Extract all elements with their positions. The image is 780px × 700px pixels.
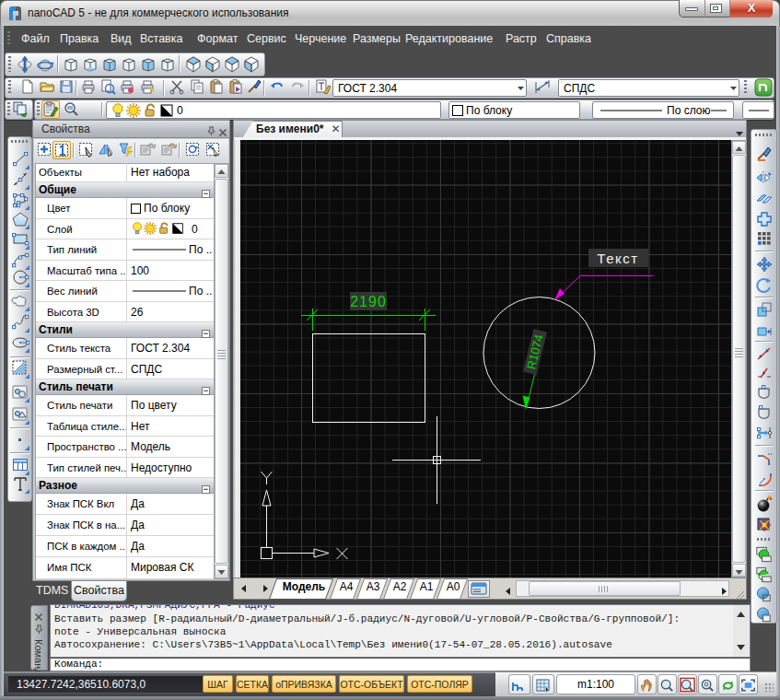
svg-text:2190: 2190 — [350, 294, 387, 309]
svg-text:R1074: R1074 — [524, 333, 546, 371]
svg-text:По ...: По ... — [189, 286, 212, 297]
svg-text:Текст: Текст — [597, 251, 638, 266]
svg-text:По ...: По ... — [189, 244, 212, 255]
svg-text:По слою: По слою — [667, 104, 710, 117]
